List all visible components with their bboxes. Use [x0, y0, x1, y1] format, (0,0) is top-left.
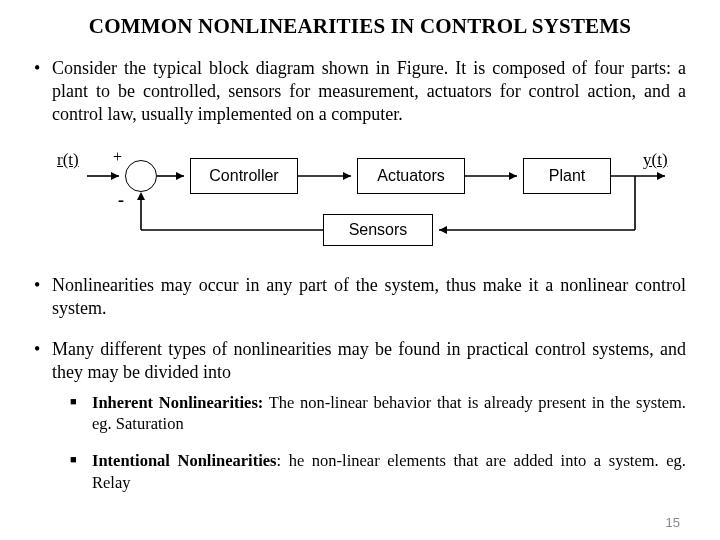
svg-marker-7 [509, 172, 517, 180]
svg-marker-9 [657, 172, 665, 180]
sub-intentional-label: Intentional Nonlinearities [92, 451, 277, 470]
block-diagram: r(t) + - y(t) Controller Actuators Plant… [55, 144, 665, 254]
diagram-wires [55, 144, 665, 254]
svg-marker-5 [343, 172, 351, 180]
svg-marker-3 [176, 172, 184, 180]
slide-number: 15 [666, 515, 680, 530]
page-title: COMMON NONLINEARITIES IN CONTROL SYSTEMS [34, 14, 686, 39]
bullet-types-text: Many different types of nonlinearities m… [52, 339, 686, 382]
bullet-intro: Consider the typical block diagram shown… [34, 57, 686, 126]
svg-marker-1 [111, 172, 119, 180]
sub-inherent-label: Inherent Nonlinearities: [92, 393, 263, 412]
svg-marker-15 [137, 192, 145, 200]
bullet-types: Many different types of nonlinearities m… [34, 338, 686, 493]
sub-intentional: Intentional Nonlinearities: he non-linea… [70, 450, 686, 492]
svg-marker-12 [439, 226, 447, 234]
bullet-nonlinearities: Nonlinearities may occur in any part of … [34, 274, 686, 320]
sub-inherent: Inherent Nonlinearities: The non-linear … [70, 392, 686, 434]
